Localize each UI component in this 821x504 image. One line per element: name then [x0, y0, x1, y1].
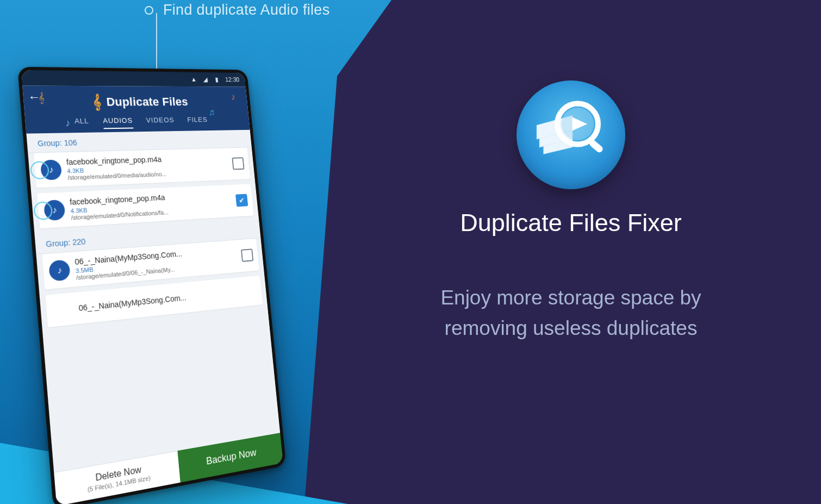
- tab-audios[interactable]: AUDIOS: [103, 116, 134, 129]
- file-meta: facebook_ringtone_pop.m4a 4.3KB /storage…: [70, 190, 233, 221]
- brand-block: Duplicate Files Fixer Enjoy more storage…: [397, 80, 745, 343]
- tab-videos[interactable]: VIDEOS: [146, 116, 175, 128]
- file-name: 06_-_Naina(MyMp3Song.Com...: [78, 287, 257, 313]
- phone-mockup: ▲ ◢ ▮ 12:30 ← 𝄞 ♪ ♬ ♪ 𝄞 Duplicate Files: [37, 64, 320, 494]
- phone-frame: ▲ ◢ ▮ 12:30 ← 𝄞 ♪ ♬ ♪ 𝄞 Duplicate Files: [17, 67, 286, 504]
- brand-subtitle-line1: Enjoy more storage space by: [440, 287, 701, 309]
- app-header: ← 𝄞 ♪ ♬ ♪ 𝄞 Duplicate Files ALL AUDIOS V…: [22, 85, 250, 133]
- checkbox[interactable]: [232, 157, 244, 170]
- brand-subtitle: Enjoy more storage space by removing use…: [397, 283, 745, 343]
- list-item[interactable]: ♪ facebook_ringtone_pop.m4a 4.3KB /stora…: [37, 184, 254, 228]
- file-meta: 06_-_Naina(MyMp3Song.Com...: [78, 287, 257, 313]
- signal-icon: ◢: [202, 76, 209, 83]
- app-logo-icon: [517, 80, 625, 189]
- brand-subtitle-line2: removing useless duplicates: [445, 317, 698, 339]
- backup-label: Backup Now: [206, 447, 257, 468]
- callout: Find duplicate Audio files: [145, 2, 330, 18]
- callout-text: Find duplicate Audio files: [163, 2, 330, 18]
- checkbox-checked[interactable]: [235, 194, 248, 207]
- results-list[interactable]: Group: 106 ♪ facebook_ringtone_pop.m4a 4…: [26, 130, 280, 472]
- wifi-icon: ▲: [190, 76, 197, 83]
- audio-icon: ♪: [48, 259, 71, 282]
- brand-title: Duplicate Files Fixer: [397, 209, 745, 237]
- phone-screen: ▲ ◢ ▮ 12:30 ← 𝄞 ♪ ♬ ♪ 𝄞 Duplicate Files: [21, 70, 283, 504]
- file-meta: facebook_ringtone_pop.m4a 4.3KB /storage…: [66, 153, 228, 181]
- file-meta: 06_-_Naina(MyMp3Song.Com... 3.5MB /stora…: [74, 245, 238, 281]
- checkbox[interactable]: [241, 248, 253, 262]
- list-item[interactable]: ♪ facebook_ringtone_pop.m4a 4.3KB /stora…: [34, 147, 250, 188]
- stage: + Find duplicate Audio files: [0, 0, 821, 504]
- battery-icon: ▮: [213, 76, 221, 83]
- treble-clef-icon: 𝄞: [92, 94, 102, 110]
- callout-dot-icon: [145, 6, 153, 15]
- tab-files[interactable]: FILES: [187, 116, 208, 128]
- app-screen-title: Duplicate Files: [106, 95, 189, 109]
- magnifier-files-icon: [530, 94, 612, 176]
- status-bar: ▲ ◢ ▮ 12:30: [21, 70, 246, 87]
- status-time: 12:30: [225, 76, 239, 83]
- tab-all[interactable]: ALL: [74, 117, 89, 129]
